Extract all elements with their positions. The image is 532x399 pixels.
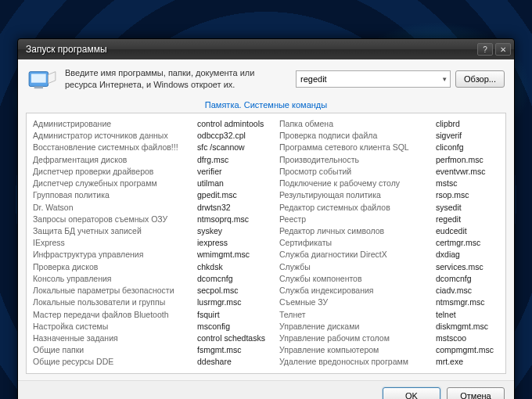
list-item[interactable]: Мастер передачи файлов Bluetooth (33, 309, 197, 321)
list-item[interactable]: Редактор личных символов (279, 225, 436, 237)
list-item[interactable]: Дефрагментация дисков (33, 154, 197, 166)
list-item[interactable]: Инфраструктура управления (33, 249, 197, 261)
list-item[interactable]: Просмотр событий (279, 166, 436, 178)
list-item[interactable]: Службы компонентов (279, 273, 436, 285)
list-item[interactable]: dfrg.msc (197, 154, 279, 166)
list-item[interactable]: certmgr.msc (436, 237, 500, 249)
list-item[interactable]: Сертификаты (279, 237, 436, 249)
list-item[interactable]: utilman (197, 178, 279, 189)
list-item[interactable]: Проверка подписи файла (279, 130, 436, 142)
list-item[interactable]: clipbrd (436, 118, 500, 130)
list-item[interactable]: Производительность (279, 154, 436, 166)
list-item[interactable]: Службы (279, 261, 436, 273)
run-input[interactable] (296, 70, 451, 88)
list-item[interactable]: ntmsoprq.msc (197, 214, 279, 225)
list-item[interactable]: mstscoo (436, 332, 500, 344)
list-item[interactable]: odbccp32.cpl (197, 130, 279, 142)
list-item[interactable]: Настройка системы (33, 321, 197, 332)
list-item[interactable]: iexpress (197, 237, 279, 249)
close-button[interactable]: ✕ (495, 43, 511, 56)
list-item[interactable]: control admintools (197, 118, 279, 130)
list-item[interactable]: fsmgmt.msc (197, 344, 279, 356)
list-item[interactable]: Управление компьютером (279, 344, 436, 356)
list-item[interactable]: mstsc (436, 178, 500, 189)
list-item[interactable]: telnet (436, 309, 500, 321)
list-item[interactable]: Подключение к рабочему столу (279, 178, 436, 189)
list-item[interactable]: IExpress (33, 237, 197, 249)
list-item[interactable]: mrt.exe (436, 356, 500, 368)
list-item[interactable]: Результирующая политика (279, 189, 436, 201)
header-row: Введите имя программы, папки, документа … (18, 59, 514, 99)
list-item[interactable]: Общие папки (33, 344, 197, 356)
run-icon (27, 67, 57, 91)
list-item[interactable]: rsop.msc (436, 189, 500, 201)
list-item[interactable]: syskey (197, 225, 279, 237)
window-title: Запуск программы (26, 44, 475, 55)
list-item[interactable]: cliconfg (436, 142, 500, 153)
list-item[interactable]: regedit (436, 214, 500, 225)
list-item[interactable]: Dr. Watson (33, 202, 197, 214)
list-item[interactable]: Проверка дисков (33, 261, 197, 273)
list-item[interactable]: verifier (197, 166, 279, 178)
list-item[interactable]: sysedit (436, 202, 500, 214)
ok-button[interactable]: OK (383, 387, 440, 399)
list-item[interactable]: Назначенные задания (33, 332, 197, 344)
column-commands-2: clipbrdsigverifcliconfgperfmon.msceventv… (436, 118, 500, 368)
list-item[interactable]: Локальные пользователи и группы (33, 297, 197, 308)
list-item[interactable]: Групповая политика (33, 189, 197, 201)
list-item[interactable]: Диспетчер служебных программ (33, 178, 197, 189)
list-item[interactable]: Общие ресурсы DDE (33, 356, 197, 368)
list-item[interactable]: lusrmgr.msc (197, 297, 279, 308)
list-item[interactable]: ntmsmgr.msc (436, 297, 500, 308)
list-item[interactable]: Администратор источников данных (33, 130, 197, 142)
list-item[interactable]: Диспетчер проверки драйверов (33, 166, 197, 178)
list-item[interactable]: diskmgmt.msc (436, 321, 500, 332)
list-item[interactable]: gpedit.msc (197, 189, 279, 201)
list-item[interactable]: eudcedit (436, 225, 500, 237)
list-item[interactable]: Запросы операторов съемных ОЗУ (33, 214, 197, 225)
list-item[interactable]: dxdiag (436, 249, 500, 261)
list-item[interactable]: msconfig (197, 321, 279, 332)
list-item[interactable]: Консоль управления (33, 273, 197, 285)
help-button[interactable]: ? (477, 43, 493, 56)
svg-rect-1 (31, 74, 46, 82)
list-item[interactable]: eventvwr.msc (436, 166, 500, 178)
list-item[interactable]: Телнет (279, 309, 436, 321)
memo-link[interactable]: Памятка. Системные команды (18, 99, 514, 113)
list-item[interactable]: wmimgmt.msc (197, 249, 279, 261)
list-item[interactable]: Управление рабочим столом (279, 332, 436, 344)
list-item[interactable]: Служба диагностики DirectX (279, 249, 436, 261)
list-item[interactable]: Программа сетевого клиента SQL (279, 142, 436, 153)
list-item[interactable]: Администрирование (33, 118, 197, 130)
titlebar[interactable]: Запуск программы ? ✕ (18, 39, 514, 59)
list-item[interactable]: Управление дисками (279, 321, 436, 332)
list-item[interactable]: drwtsn32 (197, 202, 279, 214)
list-item[interactable]: Служба индексирования (279, 285, 436, 297)
list-item[interactable]: dcomcnfg (436, 273, 500, 285)
list-item[interactable]: Восстановление системных файлов!!! (33, 142, 197, 153)
list-item[interactable]: services.msc (436, 261, 500, 273)
list-item[interactable]: chkdsk (197, 261, 279, 273)
cancel-button[interactable]: Отмена (447, 387, 505, 399)
list-item[interactable]: control schedtasks (197, 332, 279, 344)
list-item[interactable]: compmgmt.msc (436, 344, 500, 356)
list-item[interactable]: perfmon.msc (436, 154, 500, 166)
list-item[interactable]: ciadv.msc (436, 285, 500, 297)
list-item[interactable]: Реестр (279, 214, 436, 225)
list-item[interactable]: Защита БД учетных записей (33, 225, 197, 237)
list-item[interactable]: sfc /scannow (197, 142, 279, 153)
list-item[interactable]: ddeshare (197, 356, 279, 368)
list-item[interactable]: fsquirt (197, 309, 279, 321)
list-item[interactable]: dcomcnfg (197, 273, 279, 285)
input-group: ▼ Обзор... (296, 70, 505, 88)
browse-button[interactable]: Обзор... (455, 70, 505, 88)
list-item[interactable]: Папка обмена (279, 118, 436, 130)
run-description: Введите имя программы, папки, документа … (65, 67, 288, 91)
list-item[interactable]: Удаление вредоносных программ (279, 356, 436, 368)
commands-table: АдминистрированиеАдминистратор источнико… (26, 113, 506, 374)
list-item[interactable]: Редактор системных файлов (279, 202, 436, 214)
list-item[interactable]: secpol.msc (197, 285, 279, 297)
list-item[interactable]: Съемные ЗУ (279, 297, 436, 308)
list-item[interactable]: Локальные параметры безопасности (33, 285, 197, 297)
list-item[interactable]: sigverif (436, 130, 500, 142)
